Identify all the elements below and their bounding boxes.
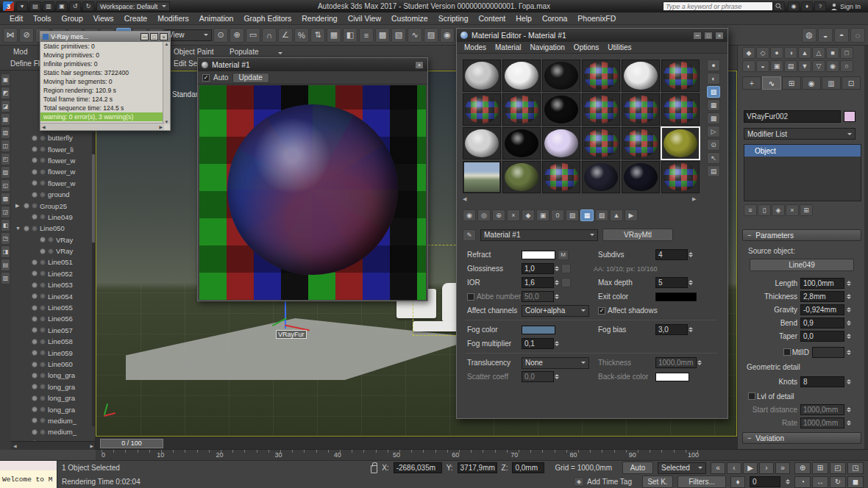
fog-bias-field[interactable]: 3,0 xyxy=(655,324,688,335)
ior-lock-button[interactable] xyxy=(561,278,571,287)
backlight-icon[interactable]: ◐ xyxy=(707,73,720,85)
community-icon[interactable]: ◉ xyxy=(788,1,800,11)
material-slot[interactable] xyxy=(502,93,541,126)
scroll-left-icon[interactable]: ◀ xyxy=(13,443,17,448)
knots-field[interactable]: 8 xyxy=(800,376,844,387)
plugin-tool-icon[interactable]: ▽ xyxy=(812,60,825,72)
mtlid-checkbox[interactable] xyxy=(783,348,791,356)
select-and-manipulate-icon[interactable]: ⊕ xyxy=(230,28,244,43)
side-tool-icon[interactable]: ◱ xyxy=(1,179,10,192)
spinner[interactable] xyxy=(555,339,559,348)
object-name[interactable]: long_gra xyxy=(48,371,75,379)
material-slot[interactable] xyxy=(661,127,700,159)
object-name[interactable]: Line057 xyxy=(48,326,73,334)
play-animation-button[interactable]: ▶ xyxy=(743,462,758,474)
menu-item[interactable]: Corona xyxy=(537,14,572,23)
object-name[interactable]: Line051 xyxy=(48,258,73,266)
plugin-tool-icon[interactable]: ◑ xyxy=(784,47,797,59)
tab-display[interactable]: ▥ xyxy=(822,76,841,90)
material-slot[interactable] xyxy=(542,161,580,193)
app-menu-icon[interactable]: ▾ xyxy=(16,1,28,11)
ribbon-toggle-icon[interactable]: ▧ xyxy=(391,28,406,43)
scene-object-row[interactable]: long_gra xyxy=(11,381,95,392)
visibility-dot-icon[interactable] xyxy=(32,305,38,311)
orbit-icon[interactable]: ↻ xyxy=(830,476,846,488)
y-coordinate-field[interactable]: 3717,9mm xyxy=(458,462,497,473)
material-slot[interactable] xyxy=(661,161,700,193)
close-button[interactable]: × xyxy=(160,33,168,40)
glossiness-field[interactable]: 1,0 xyxy=(522,263,554,274)
stack-item[interactable]: Object xyxy=(744,145,861,157)
plugin-tool-icon[interactable]: □ xyxy=(840,47,853,59)
zoom-all-icon[interactable]: ⊞ xyxy=(812,462,828,474)
object-name[interactable]: Line058 xyxy=(48,337,73,345)
side-tool-icon[interactable]: ▤ xyxy=(1,259,10,271)
object-name[interactable]: flower_w xyxy=(48,179,76,187)
plugin-tool-icon[interactable]: ▣ xyxy=(770,60,783,72)
scene-object-row[interactable]: Line052 xyxy=(11,268,95,279)
pan-icon[interactable]: ↔ xyxy=(812,476,828,488)
material-slot[interactable] xyxy=(502,127,541,159)
menu-item[interactable]: Scripting xyxy=(433,14,474,23)
percent-snap-icon[interactable]: % xyxy=(294,28,309,43)
visibility-dot-icon[interactable] xyxy=(32,180,38,186)
spinner[interactable] xyxy=(697,358,702,367)
scene-object-row[interactable]: Line051 xyxy=(11,256,95,268)
object-name[interactable]: long_gra xyxy=(48,394,75,402)
make-preview-icon[interactable]: ▷ xyxy=(707,126,720,137)
scene-object-row[interactable]: medium_ xyxy=(11,426,95,437)
sample-type-sphere-icon[interactable]: ● xyxy=(707,60,720,71)
material-slot[interactable] xyxy=(622,127,660,159)
snaps-toggle-icon[interactable]: ∩ xyxy=(262,28,277,43)
abbe-field[interactable]: 50,0 xyxy=(522,291,554,302)
material-slot[interactable] xyxy=(661,93,700,126)
menu-item[interactable]: Customize xyxy=(386,14,433,23)
visibility-dot-icon[interactable] xyxy=(24,203,29,209)
object-name[interactable]: Line054 xyxy=(48,293,73,301)
side-tool-icon[interactable]: ▥ xyxy=(1,272,10,284)
affect-shadows-checkbox[interactable]: ✓ xyxy=(598,307,605,315)
object-name[interactable]: medium_ xyxy=(48,428,77,436)
scene-object-row[interactable]: Line060 xyxy=(11,359,95,370)
material-editor-icon[interactable]: ◉ xyxy=(440,28,455,43)
put-to-library-icon[interactable]: ▣ xyxy=(536,209,549,221)
named-selection-sets-icon[interactable]: ▦ xyxy=(327,28,341,43)
previous-frame-button[interactable]: ‹ xyxy=(727,462,741,474)
scene-object-row[interactable]: Line053 xyxy=(11,279,95,290)
render-setup-icon[interactable]: ◍ xyxy=(802,28,817,43)
get-material-icon[interactable]: ◉ xyxy=(463,209,476,221)
material-slot[interactable] xyxy=(582,93,620,126)
parameter-field[interactable]: -0,924mm xyxy=(800,304,844,315)
render-iterative-icon[interactable]: ◌ xyxy=(850,28,865,43)
scene-object-row[interactable]: flower_w xyxy=(11,178,95,189)
restore-button[interactable]: □ xyxy=(704,32,713,40)
scene-object-row[interactable]: Line059 xyxy=(11,347,95,358)
slots-scroll-right-icon[interactable]: ▶ xyxy=(692,196,696,202)
track-bar[interactable]: 0 / 100 xyxy=(96,437,737,449)
plugin-tool-icon[interactable]: ▲ xyxy=(798,47,811,59)
menu-item[interactable]: Graph Editors xyxy=(238,14,296,23)
restore-button[interactable]: □ xyxy=(150,33,158,40)
visibility-dot-icon[interactable] xyxy=(32,384,38,390)
scroll-left-icon[interactable]: ◀ xyxy=(42,124,46,129)
ior-field[interactable]: 1,6 xyxy=(522,277,554,288)
lvl-of-detail-checkbox[interactable] xyxy=(748,392,755,400)
visibility-dot-icon[interactable] xyxy=(32,350,38,356)
key-filters-button[interactable]: Filters... xyxy=(677,476,726,488)
material-type-button[interactable]: VRayMtl xyxy=(602,229,673,241)
show-background-icon[interactable]: ▧ xyxy=(566,209,579,221)
undo-icon[interactable]: ↺ xyxy=(69,1,81,11)
scroll-right-icon[interactable]: ▶ xyxy=(90,443,93,448)
visibility-dot-icon[interactable] xyxy=(32,316,38,322)
explorer-vscrollbar[interactable] xyxy=(92,132,95,426)
scene-object-row[interactable]: Line049 xyxy=(11,212,95,223)
mtlid-field[interactable] xyxy=(812,347,844,358)
scene-object-row[interactable]: Line054 xyxy=(11,290,95,301)
object-name[interactable]: medium_ xyxy=(48,417,77,425)
subdivs-field[interactable]: 4 xyxy=(655,249,688,260)
set-key-button[interactable]: Set K. xyxy=(642,476,673,488)
menu-item[interactable]: Group xyxy=(57,14,88,23)
render-production-icon[interactable]: ◓ xyxy=(834,28,849,43)
go-to-parent-icon[interactable]: ▲ xyxy=(610,209,623,221)
object-name[interactable]: Line059 xyxy=(48,349,73,357)
